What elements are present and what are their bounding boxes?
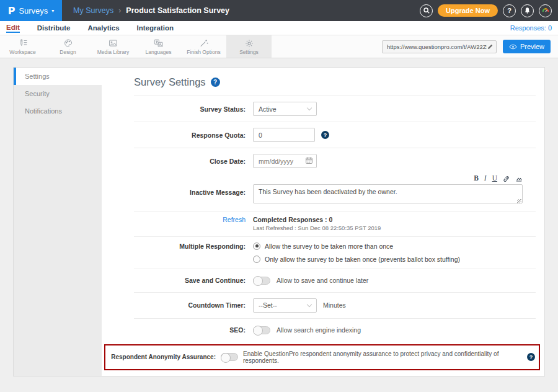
preview-button[interactable]: Preview — [503, 40, 551, 53]
link-button[interactable] — [503, 176, 510, 182]
questionpro-logo: P — [8, 5, 16, 17]
toolbar-item-workspace[interactable]: Workspace — [0, 35, 45, 58]
save-continue-label: Save and Continue: — [134, 277, 246, 284]
anonymity-help-icon[interactable]: ? — [527, 353, 535, 361]
breadcrumb: My Surveys › Product Satisfaction Survey — [73, 6, 229, 15]
response-quota-help-icon[interactable]: ? — [321, 131, 329, 139]
completed-responses-text: Completed Responses : 0 — [253, 216, 381, 223]
responses-count[interactable]: Responses: 0 — [510, 24, 552, 32]
anonymity-label: Respondent Anonymity Assurance: — [109, 354, 216, 360]
underline-button[interactable]: U — [492, 175, 497, 182]
save-continue-text: Allow to save and continue later — [277, 277, 368, 284]
seo-toggle[interactable] — [253, 326, 270, 334]
survey-settings-help-icon[interactable]: ? — [211, 78, 220, 87]
response-quota-label: Response Quota: — [134, 131, 246, 139]
survey-url-box[interactable] — [382, 40, 497, 53]
refresh-row: Refresh Completed Responses : 0 Last Ref… — [134, 216, 536, 237]
calendar-icon[interactable] — [305, 156, 313, 164]
tab-edit[interactable]: Edit — [6, 24, 20, 33]
inactive-message-textarea[interactable]: This Survey has been deactivated by the … — [253, 184, 523, 203]
anonymity-text: Enable QuestionPro respondent anonymity … — [243, 350, 522, 364]
toolbar-label-media-library: Media Library — [97, 49, 130, 55]
refresh-link[interactable]: Refresh — [134, 216, 246, 223]
countdown-minutes-text: Minutes — [323, 301, 346, 309]
magic-wand-icon — [199, 38, 209, 48]
survey-url-input[interactable] — [387, 43, 487, 50]
search-button[interactable] — [420, 4, 433, 17]
seo-text: Allow search engine indexing — [277, 326, 361, 334]
format-toolbar: B I U — [253, 175, 523, 182]
media-library-icon — [108, 38, 118, 48]
toolbar-label-settings: Settings — [239, 49, 259, 55]
settings-gear-icon — [244, 38, 254, 48]
survey-status-row: Survey Status: Active — [134, 96, 536, 122]
countdown-timer-label: Countdown Timer: — [134, 301, 246, 309]
multiple-responding-label: Multiple Responding: — [134, 243, 246, 250]
breadcrumb-my-surveys[interactable]: My Surveys — [73, 6, 113, 15]
surveys-menu-label: Surveys — [19, 6, 48, 16]
last-refreshed-text: Last Refreshed : Sun Dec 08 22:50:35 PST… — [253, 225, 381, 231]
chevron-down-icon: ▾ — [51, 8, 54, 14]
chevron-down-icon — [307, 105, 312, 110]
radio-selected-icon[interactable] — [253, 243, 260, 250]
survey-status-value: Active — [259, 105, 277, 113]
languages-icon — [153, 38, 164, 48]
radio-allow-multiple-label: Allow the survey to be taken more than o… — [265, 243, 393, 250]
notifications-button[interactable] — [521, 4, 534, 17]
survey-status-label: Survey Status: — [134, 105, 246, 113]
eye-icon — [509, 44, 517, 50]
sidebar-item-settings[interactable]: Settings — [14, 68, 102, 85]
survey-status-select[interactable]: Active — [253, 102, 317, 116]
sidebar-item-notifications[interactable]: Notifications — [14, 102, 102, 120]
italic-button[interactable]: I — [484, 175, 487, 182]
top-navbar: P Surveys ▾ My Surveys › Product Satisfa… — [0, 0, 558, 21]
close-date-label: Close Date: — [134, 158, 246, 165]
radio-unselected-icon[interactable] — [253, 256, 260, 263]
countdown-timer-row: Countdown Timer: --Set-- Minutes — [134, 293, 536, 319]
textarea-resize-handle[interactable] — [517, 199, 521, 203]
bold-button[interactable]: B — [474, 175, 479, 182]
toolbar-right: Preview — [382, 35, 551, 58]
toolbar-item-media-library[interactable]: Media Library — [91, 35, 136, 58]
settings-card: Settings Security Notifications Survey S… — [13, 67, 545, 376]
countdown-timer-value: --Set-- — [259, 301, 277, 309]
account-usage-button[interactable] — [539, 4, 552, 17]
toolbar-item-settings[interactable]: Settings — [226, 35, 272, 58]
anonymity-toggle[interactable] — [221, 353, 238, 361]
toolbar-item-languages[interactable]: Languages — [136, 35, 181, 58]
sidebar-item-security[interactable]: Security — [14, 85, 102, 102]
response-quota-row: Response Quota: ? — [134, 122, 536, 148]
toolbar-item-design[interactable]: Design — [45, 35, 91, 58]
search-icon — [423, 7, 430, 14]
usage-gauge-icon — [541, 6, 550, 15]
multiple-responding-row: Multiple Responding: Allow the survey to… — [134, 237, 536, 269]
settings-main: Survey Settings ? Survey Status: Active … — [102, 68, 544, 376]
toolbar-label-finish-options: Finish Options — [187, 49, 220, 55]
toolbar-label-languages: Languages — [145, 49, 171, 55]
page-title: Survey Settings — [134, 76, 206, 88]
seo-row: SEO: Allow search engine indexing — [134, 319, 536, 342]
tab-analytics[interactable]: Analytics — [87, 24, 119, 32]
help-button[interactable]: ? — [503, 4, 516, 17]
toolbar-label-design: Design — [60, 49, 76, 55]
tab-distribute[interactable]: Distribute — [37, 24, 71, 32]
survey-tabs: Edit Distribute Analytics Integration Re… — [0, 21, 558, 35]
response-quota-input[interactable] — [253, 128, 315, 142]
toolbar-label-workspace: Workspace — [9, 49, 35, 55]
countdown-timer-select[interactable]: --Set-- — [253, 298, 317, 313]
radio-allow-multiple[interactable]: Allow the survey to be taken more than o… — [253, 243, 460, 250]
radio-only-once-label: Only allow the survey to be taken once (… — [265, 256, 460, 263]
upgrade-now-button[interactable]: Upgrade Now — [438, 4, 498, 17]
anonymity-highlight-box: Respondent Anonymity Assurance: Enable Q… — [104, 344, 540, 370]
edit-url-pencil-icon[interactable] — [487, 43, 494, 50]
save-continue-toggle[interactable] — [253, 277, 270, 285]
workspace-icon — [18, 38, 28, 48]
radio-only-once[interactable]: Only allow the survey to be taken once (… — [253, 256, 460, 263]
toolbar-item-finish-options[interactable]: Finish Options — [181, 35, 226, 58]
insert-image-button[interactable] — [515, 176, 523, 182]
save-row: Save Changes — [134, 370, 536, 377]
bell-icon — [524, 7, 531, 14]
tab-integration[interactable]: Integration — [137, 24, 174, 32]
surveys-menu[interactable]: P Surveys ▾ — [0, 0, 62, 21]
inactive-message-label: Inactive Message: — [134, 175, 246, 196]
